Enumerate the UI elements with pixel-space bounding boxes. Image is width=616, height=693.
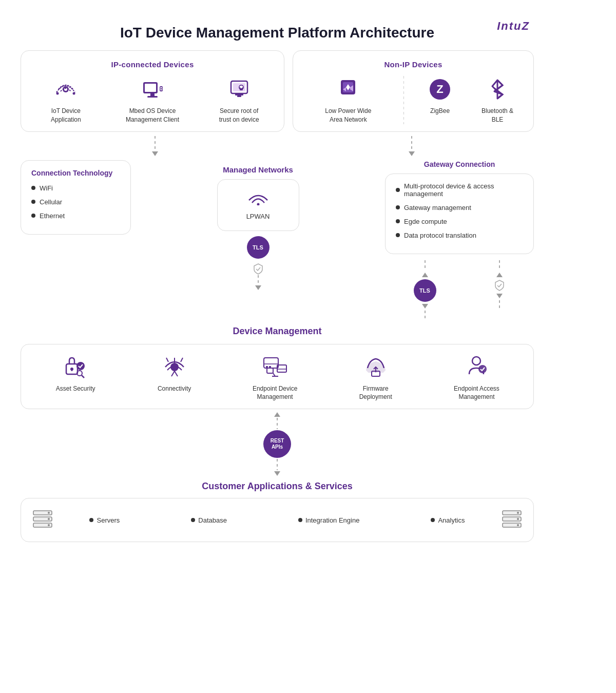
endpoint-device-mgmt-item: Endpoint DeviceManagement (253, 354, 297, 402)
customer-items: Servers Database Integration Engine Anal… (54, 516, 500, 524)
bluetooth-icon (484, 76, 511, 103)
lpwan-text: LPWAN (246, 213, 270, 220)
lpwan-icon (335, 76, 361, 103)
managed-networks-box: LPWAN (217, 179, 299, 231)
device-mgmt-section: Device Management (21, 326, 534, 410)
svg-rect-37 (269, 366, 271, 368)
connectivity-item: Connectivity (154, 354, 195, 393)
iot-label: IoT DeviceApplication (51, 107, 81, 124)
iot-icon (52, 76, 79, 103)
svg-rect-25 (71, 369, 72, 371)
mbed-icon (139, 76, 166, 103)
rest-section: RESTAPIs (21, 409, 534, 476)
nonip-section: Non-IP Devices (293, 50, 534, 132)
gateway-item-2: Gateway management (396, 204, 523, 211)
asset-security-item: Asset Security (55, 354, 96, 393)
page-title: IoT Device Management Platform Architect… (21, 25, 534, 41)
asset-security-label: Asset Security (56, 384, 95, 393)
gateway-item-1: Multi-protocol device & access managemen… (396, 182, 523, 198)
device-item-lpwan: Low Power WideArea Network (325, 76, 371, 124)
tls-badge-left: TLS (247, 236, 270, 259)
endpoint-device-mgmt-icon (262, 354, 288, 380)
gateway-title: Gateway Connection (385, 160, 534, 168)
svg-point-10 (160, 88, 162, 90)
asset-security-icon (62, 354, 89, 380)
device-item-zigbee: Z ZigBee (419, 76, 460, 124)
secure-label: Secure root oftrust on device (219, 107, 259, 124)
svg-point-39 (472, 357, 480, 365)
server-icon-left (31, 508, 54, 532)
svg-rect-33 (267, 368, 273, 373)
shield-icon-right (493, 279, 506, 292)
database-item: Database (191, 516, 227, 524)
svg-point-44 (48, 518, 50, 520)
zigbee-label: ZigBee (430, 107, 450, 116)
shield-icon-left (252, 263, 264, 275)
gateway-section: Gateway Connection Multi-protocol device… (385, 160, 534, 321)
svg-rect-6 (150, 93, 155, 96)
integration-engine-item: Integration Engine (298, 516, 360, 524)
svg-point-48 (517, 512, 519, 514)
svg-point-3 (73, 92, 75, 95)
rest-apis-badge: RESTAPIs (263, 430, 291, 458)
firmware-deployment-label: FirmwareDeployment (359, 384, 392, 402)
svg-line-28 (82, 375, 84, 378)
middle-row: Connection Technology WiFi Cellular Ethe… (21, 160, 534, 321)
svg-point-17 (240, 86, 242, 88)
analytics-item: Analytics (431, 516, 465, 524)
svg-text:Z: Z (436, 83, 443, 95)
gateway-item-3: Egde compute (396, 218, 523, 225)
conn-tech-section: Connection Technology WiFi Cellular Ethe… (21, 160, 131, 321)
nonip-section-label: Non-IP Devices (300, 60, 526, 69)
integration-engine-label: Integration Engine (305, 516, 360, 524)
gateway-list: Multi-protocol device & access managemen… (396, 182, 523, 239)
svg-point-42 (48, 512, 50, 514)
lpwan-label: Low Power WideArea Network (325, 107, 371, 124)
device-item-iot: IoT DeviceApplication (45, 76, 86, 124)
svg-point-46 (48, 524, 50, 526)
customer-box: Servers Database Integration Engine Anal… (21, 498, 534, 542)
svg-rect-13 (235, 93, 243, 95)
conn-tech-list: WiFi Cellular Ethernet (31, 184, 120, 220)
tls-badge-right: TLS (414, 279, 436, 302)
secure-icon (226, 76, 253, 103)
servers-label: Servers (97, 516, 120, 524)
svg-rect-36 (266, 366, 268, 368)
managed-networks-title: Managed Networks (223, 165, 293, 174)
ip-connected-section: IP-connected Devices (21, 50, 284, 132)
endpoint-access-mgmt-item: Endpoint AccessManagement (454, 354, 499, 402)
logo-text: IntuZ (497, 20, 530, 33)
wifi-item: WiFi (31, 184, 120, 192)
connectivity-label: Connectivity (158, 384, 191, 393)
zigbee-icon: Z (427, 76, 453, 103)
device-mgmt-title: Device Management (21, 326, 534, 337)
cellular-item: Cellular (31, 198, 120, 206)
svg-point-40 (478, 365, 487, 373)
mbed-label: Mbed OS DeviceManagement Client (126, 107, 179, 124)
conn-tech-title: Connection Technology (31, 169, 120, 177)
svg-rect-5 (145, 84, 156, 92)
endpoint-device-mgmt-label: Endpoint DeviceManagement (253, 384, 297, 402)
connectivity-icon (161, 354, 188, 380)
bluetooth-label: Bluetooth &BLE (482, 107, 513, 124)
gateway-item-4: Data protocol translation (396, 232, 523, 239)
device-item-bluetooth: Bluetooth &BLE (477, 76, 518, 124)
device-mgmt-box: Asset Security Connectivi (21, 344, 534, 410)
svg-point-22 (257, 203, 259, 205)
lpwan-signal-icon (247, 190, 270, 207)
servers-item: Servers (89, 516, 120, 524)
ip-section-label: IP-connected Devices (28, 60, 277, 69)
device-item-secure: Secure root oftrust on device (219, 76, 260, 124)
ethernet-item: Ethernet (31, 212, 120, 220)
endpoint-access-mgmt-label: Endpoint AccessManagement (454, 384, 499, 402)
firmware-deployment-item: FirmwareDeployment (355, 354, 396, 402)
firmware-deployment-icon (362, 354, 389, 380)
svg-rect-14 (237, 95, 241, 97)
endpoint-access-mgmt-icon (463, 354, 490, 380)
svg-point-50 (517, 518, 519, 520)
analytics-label: Analytics (438, 516, 465, 524)
customer-title: Customer Applications & Services (21, 481, 534, 492)
customer-section: Customer Applications & Services (21, 481, 534, 542)
svg-point-2 (56, 92, 59, 95)
database-label: Database (198, 516, 227, 524)
